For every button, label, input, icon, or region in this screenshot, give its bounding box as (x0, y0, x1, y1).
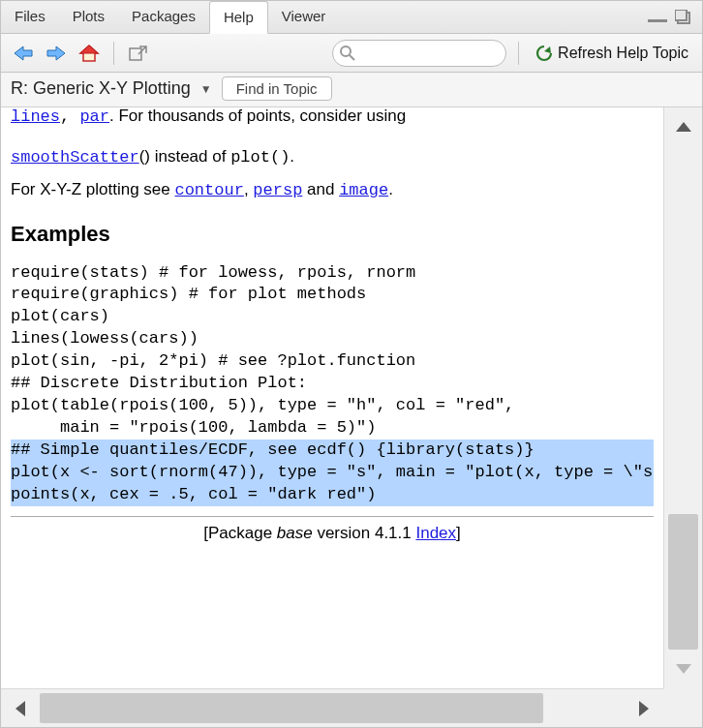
search-input[interactable] (360, 41, 505, 66)
scroll-right-icon[interactable] (625, 689, 663, 727)
scrollbar-corner (663, 688, 702, 727)
link-image[interactable]: image (339, 181, 388, 199)
svg-line-5 (350, 55, 354, 60)
toolbar: Refresh Help Topic (1, 34, 702, 73)
link-smoothscatter[interactable]: smoothScatter (11, 148, 139, 167)
svg-rect-0 (648, 19, 667, 22)
search-icon (339, 45, 356, 65)
package-footer: [Package base version 4.1.1 Index] (11, 523, 654, 545)
popout-button[interactable] (126, 41, 151, 66)
back-button[interactable] (11, 41, 36, 66)
link-par[interactable]: par (79, 107, 109, 126)
scroll-left-icon[interactable] (1, 689, 40, 727)
refresh-label: Refresh Help Topic (558, 45, 688, 62)
tab-viewer[interactable]: Viewer (268, 1, 340, 33)
vertical-scrollbar[interactable] (663, 107, 702, 688)
link-contour[interactable]: contour (174, 181, 243, 199)
find-in-topic-button[interactable]: Find in Topic (222, 76, 332, 101)
home-button[interactable] (76, 41, 102, 66)
tabbar: Files Plots Packages Help Viewer (1, 1, 702, 34)
link-index[interactable]: Index (415, 524, 456, 542)
smoothscatter-line: smoothScatter() instead of plot(). (11, 146, 654, 169)
vscroll-track[interactable] (664, 146, 702, 650)
link-lines[interactable]: lines (11, 107, 60, 126)
scroll-up-icon[interactable] (664, 107, 702, 146)
breadcrumb: R: Generic X-Y Plotting ▼ Find in Topic (1, 73, 702, 107)
hscroll-track[interactable] (40, 689, 625, 727)
footer-divider (11, 516, 654, 517)
link-persp[interactable]: persp (253, 181, 302, 199)
xyz-line: For X-Y-Z plotting see contour, persp an… (11, 179, 654, 202)
svg-rect-3 (130, 48, 141, 60)
help-pane: Files Plots Packages Help Viewer (0, 0, 703, 728)
forward-button[interactable] (44, 41, 69, 66)
examples-heading: Examples (11, 220, 654, 249)
maximize-icon[interactable] (675, 10, 692, 25)
example-code-2: plot(sin, -pi, 2*pi) # see ?plot.functio… (11, 350, 654, 373)
refresh-icon (535, 44, 554, 63)
help-content: lines, par. For thousands of points, con… (1, 107, 663, 688)
example-code-3: ## Discrete Distribution Plot: plot(tabl… (11, 373, 654, 440)
tab-help[interactable]: Help (209, 1, 268, 34)
svg-rect-2 (675, 10, 687, 20)
tab-files[interactable]: Files (1, 1, 59, 33)
search-box[interactable] (332, 40, 506, 67)
example-code-1: require(stats) # for lowess, rpois, rnor… (11, 262, 654, 351)
breadcrumb-dropdown-icon[interactable]: ▼ (200, 82, 212, 96)
example-code-4-selected[interactable]: ## Simple quantiles/ECDF, see ecdf() {li… (11, 440, 654, 506)
minimize-icon[interactable] (648, 12, 667, 23)
tab-plots[interactable]: Plots (59, 1, 118, 33)
horizontal-scrollbar[interactable] (1, 688, 663, 727)
svg-point-4 (341, 46, 351, 56)
refresh-button[interactable]: Refresh Help Topic (531, 42, 692, 65)
tab-packages[interactable]: Packages (118, 1, 209, 33)
vscroll-thumb[interactable] (668, 514, 698, 650)
window-controls (648, 1, 702, 33)
hscroll-thumb[interactable] (40, 693, 543, 723)
truncated-line: lines, par. For thousands of points, con… (11, 107, 654, 129)
page-title: R: Generic X-Y Plotting (11, 78, 191, 99)
scroll-down-icon[interactable] (664, 650, 702, 688)
